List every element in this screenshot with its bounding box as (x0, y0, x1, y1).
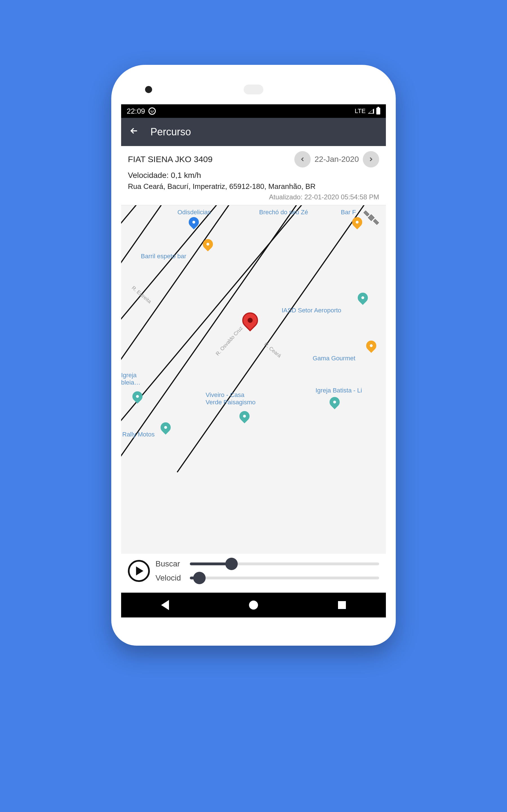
poi-pin-icon (328, 395, 342, 409)
map-view[interactable]: R. Estreita R. Osvaldo Cruz R. Ceará Odi… (121, 205, 386, 554)
poi-pin-icon (364, 339, 379, 353)
back-arrow-icon[interactable] (129, 126, 139, 139)
vehicle-marker-icon[interactable] (242, 312, 258, 328)
nav-recent-button[interactable] (338, 601, 346, 609)
seek-label: Buscar (156, 559, 186, 568)
sync-icon (149, 107, 156, 115)
street-label: R. Osvaldo Cruz (215, 325, 244, 357)
battery-icon (376, 108, 380, 114)
date-next-button[interactable] (363, 151, 379, 167)
speed-slider[interactable] (190, 576, 379, 579)
signal-icon (368, 109, 374, 114)
poi-pin-icon (159, 420, 173, 435)
status-time: 22:09 (127, 107, 145, 116)
poi-label: Rally Motos (122, 431, 155, 438)
poi-label: Igreja bleia… (121, 371, 140, 386)
street-label: R. Ceará (263, 341, 282, 359)
date-prev-button[interactable] (294, 151, 311, 167)
svg-rect-1 (363, 211, 369, 216)
seek-slider-row: Buscar (156, 559, 379, 568)
vehicle-name: FIAT SIENA JKO 3409 (128, 154, 213, 164)
info-panel: FIAT SIENA JKO 3409 22-Jan-2020 Velocida… (121, 146, 386, 205)
poi-label: Brechó do seu Zé (259, 209, 308, 216)
date-display: 22-Jan-2020 (315, 155, 359, 164)
speed-slider-row: Velocid (156, 573, 379, 582)
play-button[interactable] (128, 560, 150, 582)
status-bar: 22:09 LTE (121, 104, 386, 118)
poi-label: IASD Setor Aeroporto (282, 307, 341, 314)
screen: 22:09 LTE Percurso (121, 104, 386, 617)
seek-slider[interactable] (190, 562, 379, 565)
poi-pin-icon (187, 215, 201, 230)
speed-value: Velocidade: 0,1 km/h (128, 171, 379, 180)
playback-controls: Buscar Velocid (121, 554, 386, 593)
app-bar: Percurso (121, 118, 386, 146)
poi-pin-icon (350, 215, 364, 230)
svg-rect-2 (373, 219, 379, 225)
svg-rect-0 (368, 214, 375, 221)
speed-label: Velocid (156, 573, 186, 582)
date-navigator: 22-Jan-2020 (294, 151, 379, 167)
nav-home-button[interactable] (249, 601, 258, 610)
poi-pin-icon (237, 409, 252, 423)
poi-label: Barril espeto bar (141, 253, 186, 260)
page-title: Percurso (151, 126, 191, 138)
poi-label: Bar F (341, 209, 356, 216)
phone-frame: 22:09 LTE Percurso (111, 65, 396, 646)
address-value: Rua Ceará, Bacurí, Imperatriz, 65912-180… (128, 182, 379, 191)
poi-label: Gama Gourmet (313, 355, 355, 362)
poi-pin-icon (130, 389, 145, 404)
updated-timestamp: Atualizado: 22-01-2020 05:54:58 PM (128, 193, 379, 201)
android-nav-bar (121, 593, 386, 617)
poi-label: Viveiro - Casa Verde Paisagismo (206, 391, 256, 406)
street-label: R. Estreita (130, 285, 152, 305)
poi-pin-icon (356, 291, 370, 305)
satellite-icon[interactable] (363, 209, 380, 226)
poi-pin-icon (201, 237, 215, 252)
poi-label: Igreja Batista - Li (316, 387, 362, 394)
nav-back-button[interactable] (161, 600, 169, 610)
network-label: LTE (355, 107, 365, 115)
poi-label: Odisdelicias (177, 209, 211, 216)
